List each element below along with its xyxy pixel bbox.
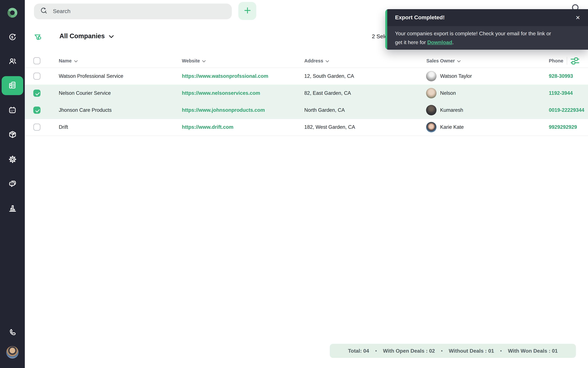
table-header: Name Website Address Sales Owner Phone — [25, 54, 588, 68]
sort-chevron-icon — [457, 58, 461, 64]
table-row[interactable]: Drift https://www.drift.com 182, West Ga… — [25, 119, 588, 136]
user-avatar[interactable] — [6, 346, 19, 359]
sales-owner-avatar — [426, 71, 437, 81]
header-divider — [567, 57, 567, 65]
address-cell: 12, South Garden, CA — [304, 68, 354, 85]
summary-bar: Total: 04 • With Open Deals : 02 • Witho… — [330, 344, 576, 358]
column-header-phone[interactable]: Phone — [549, 54, 563, 68]
bullet-separator: • — [500, 348, 502, 353]
calls-icon — [8, 328, 17, 338]
row-checkbox[interactable] — [33, 68, 41, 85]
sort-chevron-icon — [325, 58, 329, 64]
toast-message: Your companies export is complete! Check… — [387, 26, 588, 50]
calendar-icon — [8, 106, 17, 116]
column-label: Name — [59, 58, 72, 64]
address-cell: 82, East Garden, CA — [304, 85, 351, 102]
column-label: Address — [304, 58, 323, 64]
sort-chevron-icon — [74, 58, 78, 64]
website-link[interactable]: https://www.watsonprofssional.com — [182, 73, 268, 79]
table-row[interactable]: Watson Professional Service https://www.… — [25, 68, 588, 85]
column-header-address[interactable]: Address — [304, 54, 329, 68]
sales-owner-name: Watson Taylor — [440, 73, 472, 79]
sales-owner-avatar — [426, 105, 437, 115]
search-icon — [41, 7, 48, 16]
phone-link[interactable]: 9929292929 — [549, 124, 577, 130]
table-row[interactable]: Jhonson Care Products https://www.johnso… — [25, 102, 588, 119]
bullet-separator: • — [441, 348, 443, 353]
column-header-name[interactable]: Name — [59, 54, 78, 68]
products-icon — [8, 130, 17, 140]
website-link[interactable]: https://www.drift.com — [182, 124, 233, 130]
sidebar-item-contacts[interactable] — [0, 57, 25, 67]
phone-link[interactable]: 0019-22229344 — [549, 107, 584, 113]
address-cell: North Garden, CA — [304, 102, 345, 119]
app-logo-icon — [8, 8, 17, 18]
search-input[interactable] — [52, 8, 225, 15]
website-link[interactable]: https://www.johnsonproducts.com — [182, 107, 265, 113]
plus-icon — [243, 6, 252, 16]
toast-title: Export Completed! — [395, 14, 445, 21]
address-cell: 182, West Garden, CA — [304, 119, 355, 136]
column-label: Website — [182, 58, 200, 64]
contacts-icon — [8, 57, 17, 67]
sidebar-item-companies[interactable] — [2, 76, 23, 95]
chevron-down-icon — [109, 32, 114, 40]
phone-link[interactable]: 1192-3944 — [549, 90, 573, 96]
view-selector-label: All Companies — [59, 32, 105, 40]
sidebar: $ — [0, 0, 25, 368]
sidebar-item-calls[interactable] — [0, 328, 25, 338]
companies-icon — [8, 80, 17, 91]
filter-funnel-icon[interactable] — [34, 33, 43, 44]
stat-without-deals: Without Deals : 01 — [449, 348, 494, 354]
column-header-website[interactable]: Website — [182, 54, 206, 68]
row-checkbox[interactable] — [33, 85, 41, 102]
company-name-cell: Watson Professional Service — [59, 68, 123, 85]
company-name-cell: Nelson Courier Service — [59, 85, 111, 102]
select-all-checkbox[interactable] — [33, 54, 41, 68]
sales-owner-avatar — [426, 122, 437, 132]
company-name-cell: Jhonson Care Products — [59, 102, 112, 119]
bullet-separator: • — [375, 348, 377, 353]
column-header-sales-owner[interactable]: Sales Owner — [426, 54, 461, 68]
sidebar-item-products[interactable] — [0, 130, 25, 140]
sidebar-item-reports[interactable] — [0, 204, 25, 214]
toast-message-line1: Your companies export is complete! Check… — [395, 31, 551, 36]
main-content: All Companies 2 Selected Name Website Ad… — [25, 0, 588, 368]
download-link[interactable]: Download — [427, 39, 452, 45]
website-link[interactable]: https://www.nelsonservices.com — [182, 90, 260, 96]
sales-owner-name: Karie Kate — [440, 124, 464, 130]
toast-message-suffix: . — [452, 39, 454, 45]
column-label: Phone — [549, 58, 563, 64]
toast-message-line2: get it here for — [395, 39, 427, 45]
column-label: Sales Owner — [426, 58, 455, 64]
settings-icon — [8, 155, 17, 165]
row-checkbox[interactable] — [33, 119, 41, 136]
sales-owner-avatar — [426, 88, 437, 98]
deals-icon: $ — [8, 33, 17, 43]
add-company-button[interactable] — [238, 2, 256, 20]
reports-icon — [8, 204, 17, 214]
sidebar-item-settings[interactable] — [0, 155, 25, 165]
stat-total: Total: 04 — [348, 348, 369, 354]
company-name-cell: Drift — [59, 119, 68, 136]
chat-icon — [8, 179, 17, 190]
export-toast: Export Completed! ✕ Your companies expor… — [385, 9, 588, 50]
close-icon[interactable]: ✕ — [576, 15, 580, 20]
sales-owner-name: Kumaresh — [440, 107, 463, 113]
phone-link[interactable]: 928-30993 — [549, 73, 573, 79]
svg-text:$: $ — [11, 35, 13, 39]
sidebar-item-calendar[interactable] — [0, 106, 25, 116]
view-selector[interactable]: All Companies — [59, 32, 114, 40]
stat-won-deals: With Won Deals : 01 — [508, 348, 558, 354]
app-root: $ — [0, 0, 588, 368]
sales-owner-name: Nelson — [440, 90, 456, 96]
sidebar-item-chat[interactable] — [0, 179, 25, 190]
sidebar-item-deals[interactable]: $ — [0, 33, 25, 43]
search-bar[interactable] — [34, 4, 232, 19]
table-row[interactable]: Nelson Courier Service https://www.nelso… — [25, 85, 588, 102]
stat-open-deals: With Open Deals : 02 — [383, 348, 435, 354]
sort-chevron-icon — [202, 58, 206, 64]
column-settings-icon[interactable] — [570, 56, 580, 66]
toast-accent-bar — [385, 9, 387, 50]
row-checkbox[interactable] — [33, 102, 41, 119]
